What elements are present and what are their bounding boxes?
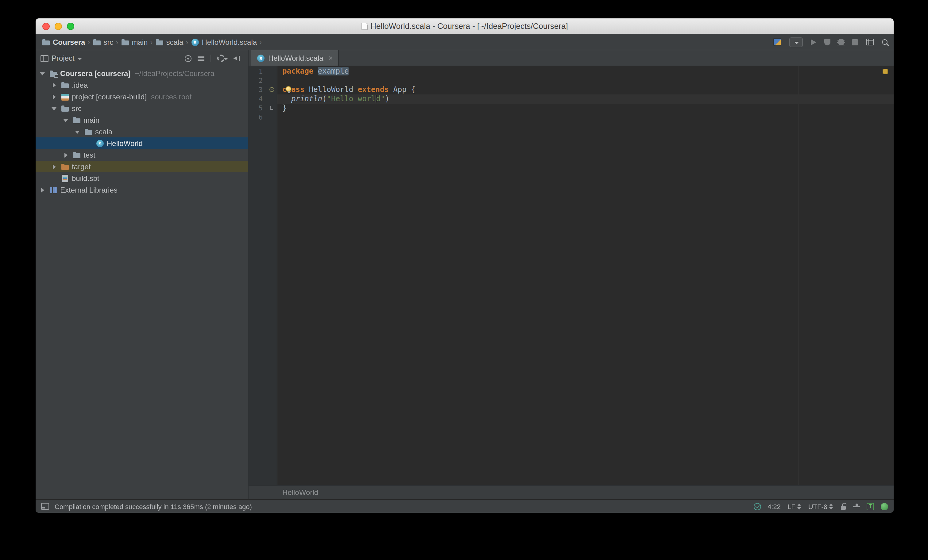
right-margin-guide [798, 66, 798, 485]
breadcrumb-coursera[interactable]: Coursera [42, 38, 85, 46]
code-token: extends [358, 85, 389, 94]
chevron-collapsed-icon[interactable] [50, 92, 60, 102]
intention-bulb-icon[interactable] [285, 86, 292, 92]
tree-item-main[interactable]: main [36, 114, 248, 126]
tree-item-label: project [coursera-build] [72, 92, 147, 101]
minimize-window-icon[interactable] [55, 23, 62, 30]
editor-code-area[interactable]: package exampleclass HelloWorld extends … [278, 66, 894, 485]
settings-gear-icon[interactable] [217, 55, 224, 62]
check-circle-icon[interactable] [753, 503, 761, 510]
project-badge [54, 74, 58, 78]
tree-item-path: sources root [151, 92, 191, 101]
toolwindow-toggle-icon[interactable] [41, 503, 49, 510]
tree-item-test[interactable]: test [36, 149, 248, 161]
code-line[interactable]: println("Hello world") [278, 94, 894, 103]
green-indicator-icon[interactable] [881, 503, 888, 510]
breadcrumb-src[interactable]: src [92, 38, 113, 46]
window-title: HelloWorld.scala - Coursera - [~/IdeaPro… [370, 21, 568, 30]
code-line[interactable] [278, 76, 894, 85]
tree-item-idea[interactable]: .idea [36, 79, 248, 91]
tab-helloworld-scala[interactable]: HelloWorld.scala × [251, 50, 339, 65]
project-panel-header: Project [36, 50, 248, 66]
scala-file-icon [256, 54, 265, 62]
code-line[interactable] [278, 113, 894, 122]
fold-end-icon[interactable] [270, 106, 273, 110]
run-icon[interactable] [811, 39, 816, 45]
chevron-expanded-icon[interactable] [61, 115, 71, 125]
code-line[interactable]: package example [278, 67, 894, 76]
debug-icon[interactable] [838, 39, 844, 46]
chevron-expanded-icon[interactable] [73, 127, 83, 137]
search-icon[interactable] [882, 39, 887, 45]
chevron-down-icon[interactable] [78, 57, 82, 60]
tree-item-coursera-coursera[interactable]: Coursera [coursera]~/IdeaProjects/Course… [36, 67, 248, 79]
breadcrumb-helloworld-scala[interactable]: HelloWorld.scala [191, 38, 257, 46]
chevron-separator-icon: › [150, 38, 153, 46]
gutter-line: 4 [249, 94, 277, 103]
fold-collapse-icon[interactable] [269, 87, 274, 92]
caret-position-widget[interactable]: 4:22 [768, 503, 781, 510]
encoding-widget[interactable]: UTF-8 [808, 503, 833, 510]
chevron-collapsed-icon[interactable] [61, 150, 71, 160]
hector-inspector-icon[interactable] [853, 503, 860, 510]
project-folder-icon [49, 68, 58, 78]
libraries-icon [49, 185, 58, 195]
tree-item-path: ~/IdeaProjects/Coursera [135, 69, 214, 78]
run-config-icon[interactable] [773, 38, 781, 46]
tab-label: HelloWorld.scala [268, 54, 324, 62]
editor-body[interactable]: 123456 package exampleclass HelloWorld e… [249, 66, 894, 485]
folder-icon [60, 80, 70, 90]
tree-item-scala[interactable]: scala [36, 126, 248, 137]
breadcrumb-scala[interactable]: scala [155, 38, 183, 46]
editor-breadcrumb[interactable]: HelloWorld [282, 488, 318, 497]
hide-panel-icon[interactable] [233, 55, 240, 62]
restore-layout-icon[interactable] [866, 39, 874, 46]
inspection-indicator-icon[interactable] [882, 69, 888, 74]
tree-item-project-coursera-build[interactable]: project [coursera-build]sources root [36, 91, 248, 102]
chevron-expanded-icon[interactable] [50, 103, 60, 113]
t-badge-icon[interactable]: T [867, 503, 874, 510]
code-token: println [291, 94, 322, 103]
caret-position: 4:22 [768, 503, 781, 510]
close-tab-icon[interactable]: × [328, 54, 333, 62]
tree-item-external-libraries[interactable]: External Libraries [36, 184, 248, 196]
folder-icon [92, 38, 101, 46]
run-config-dropdown[interactable] [789, 37, 803, 47]
breadcrumb-label: Coursera [53, 38, 85, 46]
coverage-icon[interactable] [824, 39, 830, 46]
code-line[interactable]: class HelloWorld extends App { [278, 85, 894, 94]
scala-icon [95, 138, 105, 148]
locate-icon[interactable] [185, 55, 191, 62]
code-line[interactable]: } [278, 103, 894, 113]
tree-item-build-sbt[interactable]: build.sbt [36, 172, 248, 184]
editor-tab-bar: HelloWorld.scala × [249, 50, 894, 66]
chevron-collapsed-icon[interactable] [50, 161, 60, 172]
line-separator-widget[interactable]: LF [788, 503, 801, 510]
folder-excluded-icon [60, 161, 70, 172]
gutter-line: 1 [249, 67, 277, 76]
editor-breadcrumb-bar: HelloWorld [249, 485, 894, 499]
tree-item-src[interactable]: src [36, 102, 248, 114]
folder-icon [72, 150, 82, 160]
unlock-icon[interactable] [840, 503, 846, 510]
project-panel-title[interactable]: Project [52, 54, 75, 62]
close-window-icon[interactable] [42, 23, 50, 30]
tree-item-helloworld[interactable]: HelloWorld [36, 137, 248, 149]
folder-icon [121, 38, 129, 46]
chevron-expanded-icon[interactable] [38, 68, 48, 78]
collapse-all-icon[interactable] [198, 55, 205, 62]
tree-item-label: test [84, 151, 95, 159]
editor-gutter: 123456 [249, 66, 278, 485]
tree-item-target[interactable]: target [36, 161, 248, 172]
zoom-window-icon[interactable] [67, 23, 74, 30]
chevron-collapsed-icon[interactable] [38, 185, 48, 195]
folder-icon [72, 115, 82, 125]
chevron-collapsed-icon[interactable] [50, 80, 60, 90]
chevron-separator-icon: › [87, 38, 90, 46]
breadcrumb-main[interactable]: main [121, 38, 148, 46]
tree-item-label: HelloWorld [107, 139, 143, 148]
gutter-line: 3 [249, 85, 277, 94]
code-token: package [282, 67, 313, 75]
stop-icon[interactable] [852, 39, 858, 45]
line-number: 6 [249, 113, 277, 122]
